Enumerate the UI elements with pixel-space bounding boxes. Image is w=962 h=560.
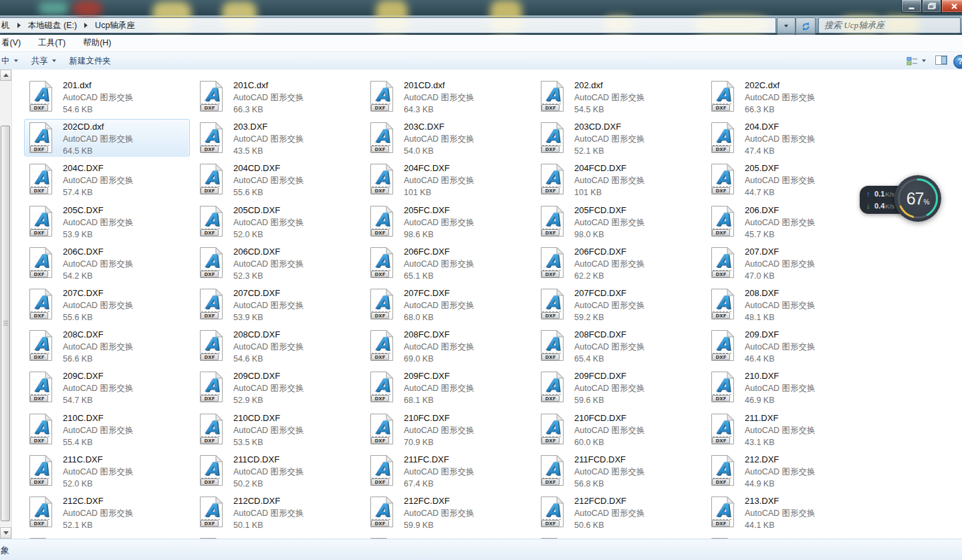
vertical-scrollbar[interactable] <box>0 69 12 539</box>
search-input[interactable] <box>819 18 960 33</box>
command-toolbar: 中 共享 新建文件夹 <box>0 52 962 70</box>
file-tile[interactable]: A A DXF 212C.DXF AutoCAD 图形交换 52.1 KB <box>24 493 190 531</box>
file-tile[interactable]: A A DXF 209.DXF AutoCAD 图形交换 46.4 KB <box>706 327 872 364</box>
file-name: 203C.DXF <box>404 121 475 133</box>
dxf-file-icon: A A DXF <box>368 413 395 448</box>
file-tile[interactable]: A A DXF 210FCD.DXF AutoCAD 图形交换 60.0 KB <box>535 410 701 448</box>
file-tile[interactable]: A A DXF 201.dxf AutoCAD 图形交换 54.6 KB <box>24 78 190 115</box>
views-icon <box>907 56 918 66</box>
close-button[interactable] <box>941 0 962 13</box>
usage-ball[interactable]: 67% <box>894 175 941 222</box>
svg-text:A: A <box>205 500 219 521</box>
file-tile[interactable]: A A DXF 202.dxf AutoCAD 图形交换 54.5 KB <box>535 78 701 115</box>
file-tile[interactable]: A A DXF 202C.dxf AutoCAD 图形交换 66.3 KB <box>706 78 872 115</box>
file-size: 59.6 KB <box>574 394 645 406</box>
file-type: AutoCAD 图形交换 <box>63 258 134 270</box>
file-tile[interactable]: A A DXF 204CD.DXF AutoCAD 图形交换 55.6 KB <box>195 160 360 198</box>
file-tile[interactable]: A A DXF 203CD.DXF AutoCAD 图形交换 52.1 KB <box>535 119 701 156</box>
file-tile[interactable]: A A DXF 205FCD.DXF AutoCAD 图形交换 98.0 KB <box>535 202 701 240</box>
file-tile[interactable]: A A DXF 203C.DXF AutoCAD 图形交换 54.0 KB <box>365 119 531 156</box>
maximize-button[interactable] <box>922 0 941 13</box>
file-tile[interactable]: A A DXF 210.DXF AutoCAD 图形交换 46.9 KB <box>706 368 872 406</box>
file-tile[interactable]: A A DXF 202CD.dxf AutoCAD 图形交换 64.5 KB <box>24 119 190 156</box>
file-tile[interactable]: A A DXF 209FC.DXF AutoCAD 图形交换 68.1 KB <box>365 368 531 406</box>
upload-arrow-icon: ↑ <box>866 190 874 198</box>
file-tile[interactable]: A A DXF 204FC.DXF AutoCAD 图形交换 101 KB <box>365 160 531 198</box>
file-size: 56.8 KB <box>574 478 645 490</box>
search-box[interactable] <box>818 17 961 33</box>
file-tile[interactable]: A A DXF 203.DXF AutoCAD 图形交换 43.5 KB <box>195 119 360 156</box>
svg-text:DXF: DXF <box>205 147 215 152</box>
file-tile[interactable]: A A DXF 207.DXF AutoCAD 图形交换 47.0 KB <box>706 244 872 281</box>
file-type: AutoCAD 图形交换 <box>745 92 816 104</box>
file-tile[interactable]: A A DXF 209C.DXF AutoCAD 图形交换 54.7 KB <box>24 368 190 406</box>
toolbar-new-folder[interactable]: 新建文件夹 <box>63 53 118 69</box>
breadcrumb-item-drive[interactable]: 本地磁盘 (E:) <box>27 20 79 31</box>
file-tile[interactable]: A A DXF 212FC.DXF AutoCAD 图形交换 59.9 KB <box>365 493 531 531</box>
file-tile[interactable]: A A DXF 205FC.DXF AutoCAD 图形交换 98.6 KB <box>365 202 531 240</box>
help-button[interactable]: ? <box>953 55 962 69</box>
svg-text:DXF: DXF <box>716 480 727 485</box>
scrollbar-thumb[interactable] <box>1 126 10 521</box>
file-tile[interactable]: A A DXF 208.DXF AutoCAD 图形交换 48.1 KB <box>706 285 872 323</box>
refresh-button[interactable] <box>796 17 816 35</box>
scrollbar-up-button[interactable] <box>0 69 11 81</box>
file-tile[interactable]: A A DXF 210CD.DXF AutoCAD 图形交换 53.5 KB <box>195 410 360 448</box>
toolbar-include-in-library[interactable]: 中 <box>0 53 25 69</box>
file-tile[interactable]: A A DXF 205CD.DXF AutoCAD 图形交换 52.0 KB <box>195 202 360 240</box>
minimize-button[interactable] <box>901 0 922 13</box>
file-tile[interactable]: A A DXF 211CD.DXF AutoCAD 图形交换 50.2 KB <box>195 452 360 489</box>
views-button[interactable] <box>907 56 926 66</box>
window-controls <box>901 0 962 13</box>
file-size: 44.1 KB <box>745 519 816 531</box>
file-tile[interactable]: A A DXF 206CD.DXF AutoCAD 图形交换 52.3 KB <box>195 244 360 281</box>
file-tile[interactable]: A A DXF 209CD.DXF AutoCAD 图形交换 52.9 KB <box>195 368 360 406</box>
file-tile[interactable]: A A DXF 201CD.dxf AutoCAD 图形交换 64.3 KB <box>365 78 531 115</box>
dxf-file-icon: A A DXF <box>198 247 225 281</box>
file-tile[interactable]: A A DXF 204FCD.DXF AutoCAD 图形交换 101 KB <box>535 160 701 198</box>
breadcrumb-item-folder[interactable]: Ucp轴承座 <box>94 20 136 31</box>
file-tile[interactable]: A A DXF 204.DXF AutoCAD 图形交换 47.4 KB <box>706 119 872 156</box>
file-tile[interactable]: A A DXF 208CD.DXF AutoCAD 图形交换 54.6 KB <box>195 327 360 364</box>
scrollbar-down-button[interactable] <box>0 527 11 539</box>
file-tile[interactable]: A A DXF 208FC.DXF AutoCAD 图形交换 69.0 KB <box>365 327 531 364</box>
file-tile[interactable]: A A DXF 205.DXF AutoCAD 图形交换 44.7 KB <box>706 160 872 198</box>
file-tile[interactable]: A A DXF 206FC.DXF AutoCAD 图形交换 65.1 KB <box>365 244 531 281</box>
address-bar[interactable]: 机 本地磁盘 (E:) Ucp轴承座 <box>0 17 776 33</box>
menu-tools[interactable]: 工具(T) <box>31 35 72 51</box>
file-tile[interactable]: A A DXF 206.DXF AutoCAD 图形交换 45.7 KB <box>706 202 872 240</box>
refresh-icon <box>801 21 811 31</box>
file-tile[interactable]: A A DXF 207FCD.DXF AutoCAD 图形交换 59.2 KB <box>535 285 701 323</box>
file-tile[interactable]: A A DXF 206FCD.DXF AutoCAD 图形交换 62.2 KB <box>535 244 701 281</box>
address-dropdown-button[interactable] <box>777 17 796 35</box>
file-tile[interactable]: A A DXF 204C.DXF AutoCAD 图形交换 57.4 KB <box>24 160 190 198</box>
file-tile[interactable]: A A DXF 212FCD.DXF AutoCAD 图形交换 50.6 KB <box>535 493 701 531</box>
file-tile[interactable]: A A DXF 212.DXF AutoCAD 图形交换 44.9 KB <box>706 452 872 489</box>
svg-text:DXF: DXF <box>546 272 556 277</box>
toolbar-share[interactable]: 共享 <box>25 53 63 69</box>
file-type: AutoCAD 图形交换 <box>404 382 475 394</box>
file-tile[interactable]: A A DXF 208FCD.DXF AutoCAD 图形交换 65.4 KB <box>535 327 701 364</box>
file-tile[interactable]: A A DXF 209FCD.DXF AutoCAD 图形交换 59.6 KB <box>535 368 701 406</box>
file-tile[interactable]: A A DXF 206C.DXF AutoCAD 图形交换 54.2 KB <box>24 244 190 281</box>
file-tile[interactable]: A A DXF 207FC.DXF AutoCAD 图形交换 68.0 KB <box>365 285 531 323</box>
file-tile[interactable]: A A DXF 207C.DXF AutoCAD 图形交换 55.6 KB <box>24 285 190 323</box>
file-tile[interactable]: A A DXF 210C.DXF AutoCAD 图形交换 55.4 KB <box>24 410 190 448</box>
preview-pane-button[interactable] <box>935 55 947 67</box>
file-tile[interactable]: A A DXF 212CD.DXF AutoCAD 图形交换 50.1 KB <box>195 493 360 531</box>
file-tile[interactable]: A A DXF 210FC.DXF AutoCAD 图形交换 70.9 KB <box>365 410 531 448</box>
file-tile[interactable]: A A DXF 205C.DXF AutoCAD 图形交换 53.9 KB <box>24 202 190 240</box>
menu-help[interactable]: 帮助(H) <box>76 35 118 51</box>
file-tile[interactable]: A A DXF 211FC.DXF AutoCAD 图形交换 67.4 KB <box>365 452 531 489</box>
file-type: AutoCAD 图形交换 <box>233 341 304 353</box>
file-tile[interactable]: A A DXF 201C.dxf AutoCAD 图形交换 66.3 KB <box>195 78 360 115</box>
file-tile[interactable]: A A DXF 211.DXF AutoCAD 图形交换 43.1 KB <box>706 410 872 448</box>
file-tile[interactable]: A A DXF 213.DXF AutoCAD 图形交换 44.1 KB <box>706 493 872 531</box>
breadcrumb-item-computer[interactable]: 机 <box>0 20 11 31</box>
file-tile[interactable]: A A DXF 207CD.DXF AutoCAD 图形交换 53.9 KB <box>195 285 360 323</box>
file-name: 209.DXF <box>745 329 816 341</box>
file-tile[interactable]: A A DXF 211FCD.DXF AutoCAD 图形交换 56.8 KB <box>535 452 701 489</box>
menu-view[interactable]: 看(V) <box>0 35 27 51</box>
file-tile[interactable]: A A DXF 211C.DXF AutoCAD 图形交换 52.0 KB <box>24 452 190 489</box>
file-tile[interactable]: A A DXF 208C.DXF AutoCAD 图形交换 56.6 KB <box>24 327 190 364</box>
